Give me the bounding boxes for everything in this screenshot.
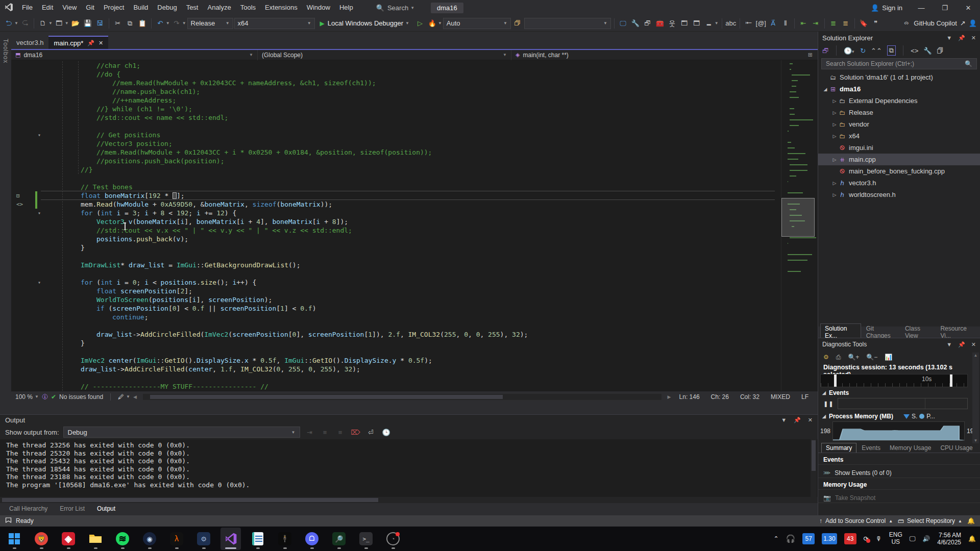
- cut-icon[interactable]: ✂: [112, 18, 124, 29]
- code-line[interactable]: //std::cout << v.x << " | " << v.y << " …: [49, 226, 352, 235]
- code-line[interactable]: //positions.push_back(position);: [49, 157, 224, 165]
- reset-view-icon[interactable]: 📊: [885, 354, 892, 361]
- panel-splitter[interactable]: [0, 402, 818, 414]
- line-indicator[interactable]: Ln: 146: [679, 393, 700, 400]
- active-solution-chip[interactable]: dma16: [431, 3, 463, 13]
- code-line[interactable]: // Test bones: [49, 183, 133, 191]
- search-box[interactable]: 🔍 Search ▼: [371, 4, 420, 12]
- pin-icon[interactable]: 📌: [958, 341, 965, 348]
- redo-icon[interactable]: ↷: [171, 18, 182, 29]
- start-debugging-button[interactable]: ▶ Local Windows Debugger ▼: [316, 19, 413, 27]
- menu-item-extensions[interactable]: Extensions: [260, 0, 302, 15]
- close-icon[interactable]: ✕: [971, 341, 976, 348]
- empty-combo[interactable]: ▼: [524, 18, 611, 29]
- collapse-arrow-icon[interactable]: ◢: [822, 414, 826, 419]
- share-icon[interactable]: ↗: [960, 19, 966, 27]
- code-line[interactable]: //}: [49, 165, 92, 174]
- restore-button[interactable]: ❐: [933, 0, 957, 15]
- taskbar-app-radeon[interactable]: ◈: [58, 528, 79, 550]
- save-all-icon[interactable]: 🖫: [94, 18, 106, 29]
- tree-item-main-cpp[interactable]: ▷⧺main.cpp: [818, 154, 980, 165]
- save-icon[interactable]: 💾: [82, 18, 93, 29]
- timestamp-icon[interactable]: 🕒: [381, 429, 392, 436]
- attach-icon[interactable]: 🗇: [512, 18, 523, 29]
- tree-collapsed-arrow-icon[interactable]: ▷: [831, 192, 838, 197]
- chevron-down-icon[interactable]: ▼: [781, 417, 787, 423]
- code-line[interactable]: positions.push_back(v);: [49, 235, 188, 243]
- github-copilot-button[interactable]: ᯅ GitHub Copilot ↗ 👤: [904, 19, 977, 27]
- sign-in-button[interactable]: 👤 Sign in: [864, 4, 910, 12]
- brackets-icon[interactable]: ⦀: [780, 18, 791, 29]
- document-tab-vector3.h[interactable]: vector3.h: [11, 36, 48, 49]
- tree-item-external-dependencies[interactable]: ▷🗀External Dependencies: [818, 95, 980, 107]
- wrench-icon[interactable]: 🔧: [630, 18, 641, 29]
- tree-collapsed-arrow-icon[interactable]: ▷: [831, 181, 838, 186]
- output-vertical-scrollbar[interactable]: [811, 439, 817, 497]
- taskbar-app-brave[interactable]: 🦁: [31, 528, 52, 550]
- code-line[interactable]: //mem.Read(hwModule + 0x12043CC + nameAd…: [49, 79, 376, 87]
- taskbar-app-explorer[interactable]: [85, 528, 106, 550]
- menu-item-help[interactable]: Help: [335, 0, 358, 15]
- timeline-right-handle[interactable]: [950, 374, 952, 387]
- tree-collapsed-arrow-icon[interactable]: ▷: [831, 134, 838, 139]
- taskbar-app-start[interactable]: [4, 528, 24, 550]
- tree-item-main-before-bones-fucking-cpp[interactable]: 🛇main_before_bones_fucking.cpp: [818, 165, 980, 177]
- copy-icon[interactable]: ⧉: [125, 18, 136, 29]
- symbol-icon[interactable]: [@]: [755, 18, 767, 29]
- chevron-down-icon[interactable]: ▼: [946, 341, 952, 348]
- code-line[interactable]: ImDrawList* draw_list = ImGui::GetBackgr…: [49, 261, 301, 269]
- code-line[interactable]: Vector3 v(boneMatrix[i], boneMatrix[i + …: [49, 217, 348, 226]
- goto-next-icon[interactable]: ≡: [335, 429, 346, 436]
- code-line[interactable]: ImVec2 center(ImGui::GetIO().DisplaySize…: [49, 356, 432, 365]
- margin-box-icon[interactable]: ⊡: [16, 191, 20, 200]
- zoom-in-icon[interactable]: 🔍+: [848, 354, 859, 361]
- taskbar-app-cheat-engine[interactable]: ⚙: [193, 528, 214, 550]
- menu-item-debug[interactable]: Debug: [153, 0, 181, 15]
- new-project-icon[interactable]: 🗋: [37, 18, 48, 29]
- margin-code-icon[interactable]: <>: [16, 200, 23, 209]
- paste-icon[interactable]: 📋: [137, 18, 148, 29]
- tree-item-release[interactable]: ▷🗀Release: [818, 107, 980, 118]
- debug-target-combo[interactable]: Auto▼: [443, 18, 511, 29]
- tree-item-vendor[interactable]: ▷🗀vendor: [818, 118, 980, 130]
- taskbar-app-ida[interactable]: 🔎: [329, 528, 349, 550]
- select-repository-button[interactable]: 🗃 Select Repository ▲: [898, 517, 962, 524]
- tree-collapsed-arrow-icon[interactable]: ▷: [831, 122, 838, 127]
- code-line[interactable]: mem.Read(hwModule + 0xA59D50, &boneMatri…: [49, 200, 332, 209]
- navigate-back-icon[interactable]: ⮌: [3, 18, 14, 29]
- char-indicator[interactable]: Ch: 26: [711, 393, 729, 400]
- taskbar-clock[interactable]: 7:56 AM 4/6/2025: [937, 532, 961, 546]
- code-line[interactable]: WorldToScreen(positions[i], screenPositi…: [49, 295, 272, 304]
- collapse-all-icon[interactable]: ⌃⌃: [871, 47, 882, 55]
- scroll-left-icon[interactable]: ◀: [133, 394, 137, 399]
- taskbar-app-visual-studio[interactable]: [220, 528, 241, 550]
- home-window-icon[interactable]: 🗔: [679, 18, 690, 29]
- tree-collapsed-arrow-icon[interactable]: ▷: [831, 157, 838, 162]
- diagnostics-timeline[interactable]: 10s: [820, 374, 968, 387]
- menu-item-tools[interactable]: Tools: [236, 0, 260, 15]
- language-indicator[interactable]: ENG US: [889, 532, 902, 546]
- tree-item-solution-dma16-1-of-1-project-[interactable]: 🗂Solution 'dma16' (1 of 1 project): [818, 71, 980, 83]
- close-button[interactable]: ✕: [957, 0, 980, 15]
- project-dropdown[interactable]: ⬒ dma16 ▼: [11, 50, 258, 60]
- indent-icon[interactable]: ⇥: [810, 18, 821, 29]
- code-line[interactable]: for (int i = 3; i + 8 < 192; i += 12) {: [49, 209, 236, 217]
- tree-expanded-arrow-icon[interactable]: ◢: [822, 87, 828, 92]
- goto-message-icon[interactable]: ⇥: [304, 429, 315, 436]
- menu-item-git[interactable]: Git: [81, 0, 99, 15]
- collapse-arrow-icon[interactable]: ◢: [822, 390, 826, 395]
- code-line[interactable]: draw_list->AddCircleFilled(ImVec2(screen…: [49, 330, 528, 339]
- code-line[interactable]: //name.push_back(ch1);: [49, 87, 200, 96]
- platform-combo[interactable]: x64▼: [234, 18, 315, 29]
- toolbox-side-tab[interactable]: Toolbox: [0, 32, 11, 402]
- profiler-person-icon[interactable]: 웃: [667, 18, 678, 29]
- undo-icon[interactable]: ↶: [155, 18, 166, 29]
- discord-tray-icon[interactable]: 🎧: [786, 534, 796, 543]
- fold-collapse-icon[interactable]: ▾: [38, 131, 45, 139]
- goto-previous-icon[interactable]: ≡: [320, 429, 331, 436]
- notification-bell-icon[interactable]: 🔔: [968, 535, 976, 542]
- menu-item-build[interactable]: Build: [129, 0, 153, 15]
- rename-icon[interactable]: A⃗: [768, 18, 779, 29]
- editor-horizontal-scrollbar[interactable]: [143, 394, 662, 400]
- code-editor[interactable]: //char ch1;//do {//mem.Read(hwModule + 0…: [11, 60, 818, 391]
